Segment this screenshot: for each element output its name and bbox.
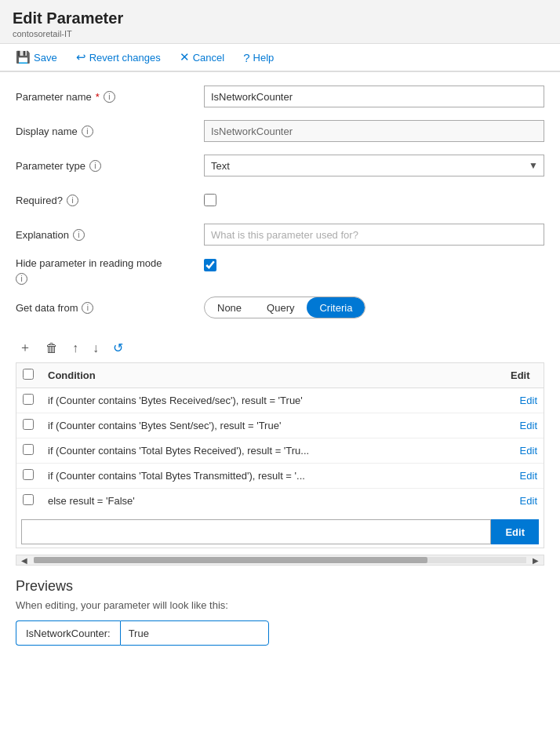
save-label: Save [34, 52, 57, 64]
parameter-name-label: Parameter name * i [16, 91, 204, 103]
edit-link-cell: Edit [504, 413, 544, 438]
hide-param-checkbox-wrapper [204, 257, 216, 271]
edit-condition-link[interactable]: Edit [520, 395, 537, 406]
display-name-input[interactable] [204, 120, 544, 142]
parameter-name-input[interactable] [204, 86, 544, 107]
col-header-edit: Edit [504, 363, 544, 388]
get-data-info-icon[interactable]: i [82, 302, 93, 314]
refresh-button[interactable]: ↺ [111, 339, 125, 357]
plus-icon: ＋ [19, 340, 31, 356]
refresh-icon: ↺ [113, 340, 123, 355]
radio-none[interactable]: None [205, 297, 254, 318]
col-header-condition: Condition [42, 363, 504, 388]
row-checkbox[interactable] [23, 494, 34, 505]
arrow-down-icon: ↓ [93, 341, 99, 355]
required-info-icon[interactable]: i [67, 195, 78, 206]
display-name-info-icon[interactable]: i [82, 126, 93, 137]
radio-criteria[interactable]: Criteria [307, 297, 365, 318]
cancel-button[interactable]: ✕ Cancel [176, 49, 227, 66]
row-checkbox[interactable] [23, 469, 34, 480]
required-row: Required? i [16, 188, 544, 212]
preview-label: IsNetworkCounter: [16, 620, 120, 646]
condition-text: if (Counter contains 'Bytes Sent/sec'), … [42, 413, 504, 438]
row-checkbox[interactable] [23, 394, 34, 405]
explanation-input[interactable] [204, 224, 544, 246]
get-data-radio-group: None Query Criteria [204, 297, 365, 318]
hide-param-info-icon[interactable]: i [16, 273, 27, 285]
input-edit-row: Edit [16, 516, 544, 548]
revert-label: Revert changes [89, 52, 161, 64]
hide-param-checkbox[interactable] [204, 259, 216, 271]
scroll-track [34, 557, 526, 563]
previews-section: Previews When editing, your parameter wi… [16, 578, 544, 646]
conditions-table-container: Condition Edit if (Counter contains 'Byt… [16, 362, 544, 548]
row-checkbox-cell [16, 464, 42, 489]
main-content: Parameter name * i Display name i Parame… [0, 72, 560, 658]
cancel-icon: ✕ [180, 50, 190, 64]
add-condition-button[interactable]: ＋ [17, 338, 33, 358]
edit-link-cell: Edit [504, 388, 544, 413]
condition-text: if (Counter contains 'Total Bytes Transm… [42, 464, 504, 489]
get-data-label: Get data from i [16, 302, 204, 314]
edit-link-cell: Edit [504, 464, 544, 489]
edit-condition-link[interactable]: Edit [520, 420, 537, 431]
row-checkbox-cell [16, 413, 42, 438]
hide-param-row: Hide parameter in reading mode i [16, 257, 544, 285]
parameter-type-info-icon[interactable]: i [89, 160, 101, 172]
arrow-up-icon: ↑ [72, 341, 78, 355]
preview-value-input[interactable] [120, 620, 269, 646]
page-title: Edit Parameter [0, 3, 560, 29]
get-data-row: Get data from i None Query Criteria [16, 296, 544, 319]
save-button[interactable]: 💾 Save [13, 49, 60, 66]
revert-icon: ↩ [76, 50, 86, 64]
parameter-type-row: Parameter type i Text Number Boolean Dat… [16, 154, 544, 177]
edit-condition-link[interactable]: Edit [520, 470, 537, 482]
help-button[interactable]: ? Help [240, 49, 277, 66]
delete-condition-button[interactable]: 🗑 [44, 340, 60, 357]
table-row: if (Counter contains 'Bytes Received/sec… [16, 388, 544, 413]
trash-icon: 🗑 [45, 341, 58, 355]
previews-title: Previews [16, 578, 544, 595]
row-checkbox-cell [16, 388, 42, 413]
move-down-button[interactable]: ↓ [91, 340, 100, 357]
table-row: if (Counter contains 'Total Bytes Transm… [16, 464, 544, 489]
required-checkbox[interactable] [204, 194, 216, 206]
previews-description: When editing, your parameter will look l… [16, 599, 544, 611]
conditions-table: Condition Edit if (Counter contains 'Byt… [16, 363, 544, 513]
toolbar: 💾 Save ↩ Revert changes ✕ Cancel ? Help [0, 44, 560, 71]
help-label: Help [253, 52, 275, 64]
radio-query[interactable]: Query [254, 297, 307, 318]
save-icon: 💾 [16, 50, 31, 64]
preview-field-row: IsNetworkCounter: [16, 620, 544, 646]
revert-button[interactable]: ↩ Revert changes [73, 49, 164, 66]
cancel-label: Cancel [193, 52, 224, 64]
select-all-checkbox[interactable] [23, 369, 34, 380]
table-row: if (Counter contains 'Bytes Sent/sec'), … [16, 413, 544, 438]
parameter-type-select[interactable]: Text Number Boolean Date [204, 155, 544, 176]
required-star: * [96, 91, 100, 103]
condition-text: else result = 'False' [42, 489, 504, 514]
required-label: Required? i [16, 195, 204, 206]
hide-param-label: Hide parameter in reading mode i [16, 257, 204, 285]
parameter-type-select-wrapper: Text Number Boolean Date ▼ [204, 155, 544, 176]
edit-condition-link[interactable]: Edit [520, 495, 537, 507]
horizontal-scrollbar[interactable]: ◀ ▶ [16, 555, 544, 566]
explanation-info-icon[interactable]: i [73, 229, 85, 241]
table-row: else result = 'False' Edit [16, 489, 544, 514]
row-checkbox-cell [16, 489, 42, 514]
row-checkbox[interactable] [23, 444, 34, 455]
display-name-row: Display name i [16, 119, 544, 143]
move-up-button[interactable]: ↑ [71, 340, 80, 357]
row-checkbox[interactable] [23, 419, 34, 430]
edit-condition-link[interactable]: Edit [520, 445, 537, 457]
scroll-left-arrow[interactable]: ◀ [16, 555, 32, 566]
breadcrumb: contosoretail-IT [0, 29, 560, 43]
scroll-right-arrow[interactable]: ▶ [528, 555, 544, 566]
parameter-name-info-icon[interactable]: i [104, 91, 115, 103]
explanation-row: Explanation i [16, 223, 544, 246]
edit-button[interactable]: Edit [491, 519, 539, 544]
edit-link-cell: Edit [504, 489, 544, 514]
condition-input-field[interactable] [21, 519, 491, 544]
conditions-toolbar: ＋ 🗑 ↑ ↓ ↺ [17, 332, 544, 362]
display-name-label: Display name i [16, 126, 204, 137]
